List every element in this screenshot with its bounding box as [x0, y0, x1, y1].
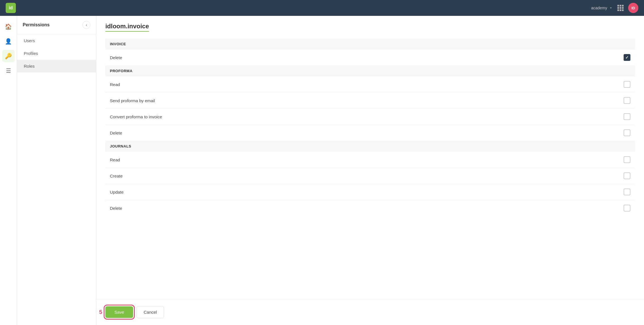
content-title: idloom.invoice	[105, 23, 149, 32]
sidebar-key-icon[interactable]: 🔑	[2, 50, 15, 62]
proforma-convert-checkbox[interactable]	[624, 113, 630, 120]
nav-item-profiles[interactable]: Profiles	[17, 47, 96, 60]
content-area: idloom.invoice INVOICE Delete PROFORMA R…	[96, 16, 644, 299]
journals-create-label: Create	[110, 174, 123, 178]
permissions-title: Permissions	[23, 22, 50, 27]
logo[interactable]: id	[6, 3, 16, 13]
journals-read-row: Read	[105, 152, 635, 168]
icon-sidebar: 🏠 👤 🔑 ☰	[0, 16, 17, 325]
save-button[interactable]: Save	[105, 306, 133, 318]
proforma-send-checkbox[interactable]	[624, 97, 630, 104]
permissions-panel: Permissions ‹ Users Profiles Roles	[17, 16, 96, 325]
journals-update-row: Update	[105, 184, 635, 200]
proforma-delete-row: Delete	[105, 125, 635, 141]
proforma-delete-checkbox[interactable]	[624, 129, 630, 136]
content-wrapper: idloom.invoice INVOICE Delete PROFORMA R…	[96, 16, 644, 325]
invoice-delete-label: Delete	[110, 55, 122, 60]
navbar-left: id	[6, 3, 16, 13]
cancel-button[interactable]: Cancel	[137, 306, 164, 318]
proforma-convert-label: Convert proforma to invoice	[110, 114, 162, 119]
invoice-section: INVOICE Delete	[105, 39, 635, 65]
navbar-right: academy ID	[591, 3, 638, 13]
logo-text: id	[9, 5, 13, 10]
journals-delete-row: Delete	[105, 200, 635, 216]
proforma-send-row: Send proforma by email	[105, 93, 635, 109]
proforma-read-label: Read	[110, 82, 120, 87]
journals-create-checkbox[interactable]	[624, 172, 630, 179]
sidebar-list-icon[interactable]: ☰	[2, 65, 15, 77]
proforma-header: PROFORMA	[105, 65, 635, 76]
sidebar-home-icon[interactable]: 🏠	[2, 20, 15, 33]
journals-read-checkbox[interactable]	[624, 156, 630, 163]
proforma-read-row: Read	[105, 76, 635, 93]
bottom-actions: 5 Save Cancel	[96, 299, 644, 325]
avatar[interactable]: ID	[628, 3, 638, 13]
step-number: 5	[99, 309, 102, 315]
academy-label: academy	[591, 6, 607, 10]
navbar: id academy ID	[0, 0, 644, 16]
sidebar-user-icon[interactable]: 👤	[2, 35, 15, 48]
proforma-section: PROFORMA Read Send proforma by email Con…	[105, 65, 635, 141]
main-layout: 🏠 👤 🔑 ☰ Permissions ‹ Users Profiles Rol…	[0, 16, 644, 325]
journals-header: JOURNALS	[105, 141, 635, 152]
permissions-header: Permissions ‹	[17, 16, 96, 34]
journals-section: JOURNALS Read Create Update Delete	[105, 141, 635, 216]
invoice-delete-row: Delete	[105, 50, 635, 65]
proforma-read-checkbox[interactable]	[624, 81, 630, 88]
avatar-text: ID	[632, 6, 635, 10]
journals-update-label: Update	[110, 190, 123, 194]
apps-grid-icon[interactable]	[617, 5, 624, 11]
academy-button[interactable]: academy	[591, 6, 613, 10]
proforma-delete-label: Delete	[110, 131, 122, 135]
proforma-send-label: Send proforma by email	[110, 98, 155, 103]
nav-item-roles[interactable]: Roles	[17, 60, 96, 72]
collapse-button[interactable]: ‹	[82, 21, 90, 29]
invoice-delete-checkbox[interactable]	[624, 54, 630, 61]
journals-delete-label: Delete	[110, 206, 122, 211]
journals-delete-checkbox[interactable]	[624, 205, 630, 211]
journals-read-label: Read	[110, 157, 120, 162]
proforma-convert-row: Convert proforma to invoice	[105, 109, 635, 125]
journals-create-row: Create	[105, 168, 635, 184]
invoice-header: INVOICE	[105, 39, 635, 50]
nav-item-users[interactable]: Users	[17, 34, 96, 47]
journals-update-checkbox[interactable]	[624, 189, 630, 195]
